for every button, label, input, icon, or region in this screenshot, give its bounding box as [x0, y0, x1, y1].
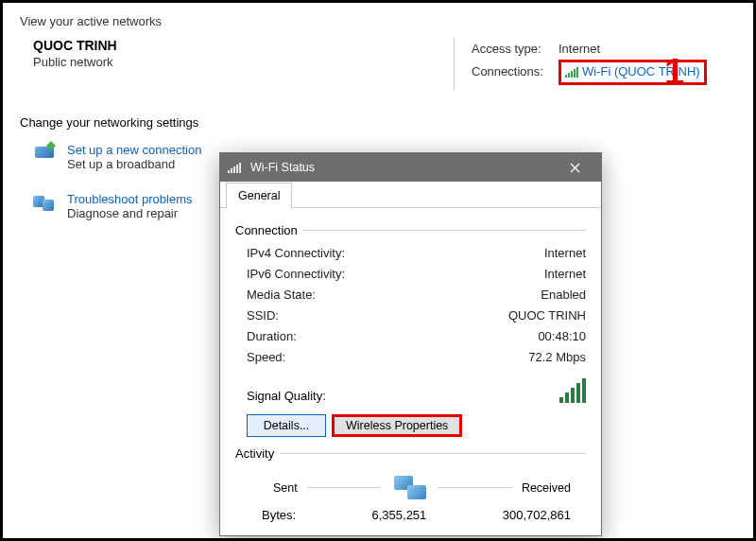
wifi-connection-link-highlight: Wi-Fi (QUOC TRINH)	[558, 60, 707, 85]
group-activity-label: Activity	[235, 446, 274, 461]
vertical-divider	[454, 38, 455, 91]
dialog-title: Wi-Fi Status	[250, 161, 556, 174]
speed-label: Speed:	[247, 347, 285, 368]
signal-bars-icon	[565, 67, 578, 78]
ipv4-value: Internet	[544, 243, 586, 264]
setup-connection-icon	[33, 143, 58, 164]
dialog-titlebar[interactable]: Wi-Fi Status	[220, 153, 601, 182]
access-type-value: Internet	[558, 40, 600, 60]
annotation-1: 1	[664, 52, 684, 93]
signal-bars-icon	[228, 163, 241, 173]
tab-general[interactable]: General	[226, 183, 292, 209]
signal-quality-label: Signal Quality:	[247, 389, 326, 403]
duration-value: 00:48:10	[538, 326, 586, 347]
active-networks-heading: View your active networks	[20, 14, 736, 28]
ssid-value: QUOC TRINH	[508, 305, 586, 326]
media-state-value: Enabled	[541, 285, 586, 305]
network-name: QUOC TRINH	[33, 38, 448, 53]
ipv4-label: IPv4 Connectivity:	[247, 243, 345, 264]
network-type: Public network	[33, 55, 448, 69]
access-type-label: Access type:	[472, 40, 558, 60]
close-icon	[570, 163, 580, 173]
troubleshoot-icon	[33, 192, 58, 213]
window-frame: View your active networks QUOC TRINH Pub…	[0, 0, 756, 541]
ipv6-label: IPv6 Connectivity:	[247, 264, 345, 285]
activity-received-label: Received	[522, 481, 571, 495]
group-connection-label: Connection	[235, 223, 298, 237]
setup-connection-sub: Set up a broadband	[67, 157, 201, 171]
duration-label: Duration:	[247, 326, 297, 347]
connection-rows: IPv4 Connectivity:Internet IPv6 Connecti…	[235, 243, 586, 369]
ipv6-value: Internet	[544, 264, 586, 285]
close-button[interactable]	[556, 153, 593, 182]
connections-label: Connections:	[472, 62, 558, 82]
bytes-label: Bytes:	[262, 508, 296, 522]
bytes-received-value: 300,702,861	[503, 508, 571, 522]
troubleshoot-sub: Diagnose and repair	[67, 206, 192, 220]
details-button[interactable]: Details...	[247, 414, 326, 437]
bytes-sent-value: 6,355,251	[371, 508, 426, 522]
setup-connection-title: Set up a new connection	[67, 143, 201, 157]
activity-computer-icon	[390, 474, 428, 502]
wireless-properties-button[interactable]: Wireless Properties	[332, 414, 462, 437]
signal-quality-icon	[559, 378, 586, 403]
activity-line-right	[438, 487, 512, 488]
activity-line-left	[307, 487, 382, 488]
group-connection: Connection	[235, 223, 586, 237]
speed-value: 72.2 Mbps	[528, 347, 586, 368]
ssid-label: SSID:	[247, 305, 279, 326]
active-network-block: QUOC TRINH Public network Access type: I…	[20, 38, 736, 91]
media-state-label: Media State:	[247, 285, 316, 305]
group-activity: Activity	[235, 446, 586, 461]
activity-sent-label: Sent	[273, 481, 298, 495]
troubleshoot-title: Troubleshoot problems	[67, 192, 192, 206]
wifi-status-dialog: Wi-Fi Status General Connection IPv4 Con…	[219, 152, 602, 536]
change-settings-heading: Change your networking settings	[20, 115, 736, 130]
dialog-tabstrip: General	[220, 182, 601, 208]
